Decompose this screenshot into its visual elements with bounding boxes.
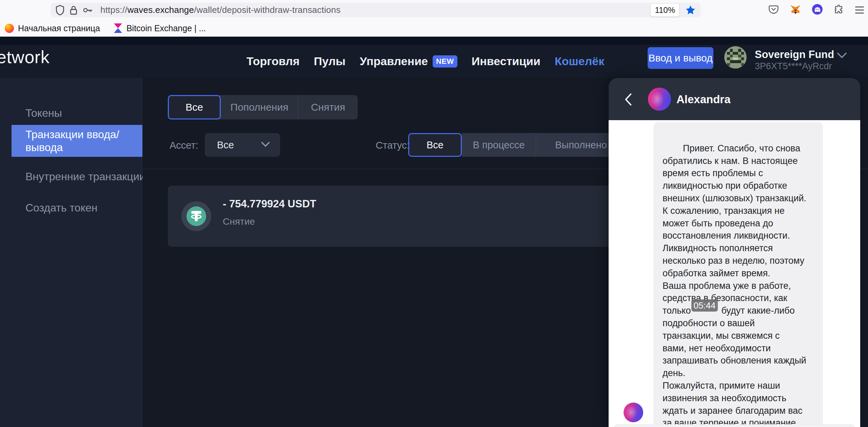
asset-icon-ring xyxy=(181,201,211,231)
account-avatar[interactable] xyxy=(724,46,747,69)
new-badge: NEW xyxy=(433,55,457,68)
status-filter-group: Все В процессе Выполнено xyxy=(408,133,626,157)
nav-pools[interactable]: Пулы xyxy=(314,55,346,68)
phantom-wallet-icon[interactable] xyxy=(812,4,823,16)
tab-deposits[interactable]: Пополнения xyxy=(221,95,298,119)
url-bar[interactable]: https://waves.exchange/wallet/deposit-wi… xyxy=(51,3,701,17)
agent-avatar-small xyxy=(624,403,643,422)
bookmark-star-icon[interactable] xyxy=(685,5,696,15)
account-chevron-down-icon[interactable] xyxy=(837,52,847,60)
next-message-peek xyxy=(614,424,855,427)
bookmark-home[interactable]: Начальная страница xyxy=(5,23,100,33)
main-nav: Торговля Пулы Управление NEW Инвестиции … xyxy=(246,45,604,78)
toolbar-extensions-area xyxy=(768,0,864,20)
screen: https://waves.exchange/wallet/deposit-wi… xyxy=(0,0,868,427)
pocket-icon[interactable] xyxy=(768,4,779,16)
sidebar-item-deposit-withdraw-transactions[interactable]: Транзакции ввода/вывода xyxy=(12,125,142,157)
message-time-badge: 05:44 xyxy=(691,299,718,312)
chat-message-bubble: Привет. Спасибо, что снова обратились к … xyxy=(653,122,823,427)
sidebar-item-create-token[interactable]: Создать токен xyxy=(25,202,97,214)
tab-all[interactable]: Все xyxy=(168,95,221,119)
chat-body: Привет. Спасибо, что снова обратились к … xyxy=(609,120,860,427)
nav-wallet[interactable]: Кошелёк xyxy=(555,55,604,68)
chevron-down-icon xyxy=(261,142,270,148)
page-top-strip xyxy=(0,37,868,45)
tab-withdrawals[interactable]: Снятия xyxy=(298,95,358,119)
browser-menu-icon[interactable] xyxy=(855,6,864,14)
bookmark-label: Bitcoin Exchange | ... xyxy=(126,23,206,33)
lock-icon[interactable] xyxy=(70,5,77,15)
tether-icon xyxy=(186,206,206,226)
transaction-type-tabs: Все Пополнения Снятия xyxy=(168,95,358,119)
asset-dropdown[interactable]: Все xyxy=(205,133,280,157)
url-path: /wallet/deposit-withdraw-transactions xyxy=(194,5,340,15)
asset-dropdown-value: Все xyxy=(217,140,261,151)
status-in-progress[interactable]: В процессе xyxy=(462,133,536,157)
bookmark-label: Начальная страница xyxy=(18,23,100,33)
agent-avatar xyxy=(648,88,671,111)
asset-filter-label: Ассет: xyxy=(170,140,198,151)
back-chevron-icon[interactable] xyxy=(624,93,632,107)
chat-header: Alexandra xyxy=(609,78,860,120)
nav-trading[interactable]: Торговля xyxy=(246,55,300,68)
site-logo[interactable]: etwork xyxy=(0,47,50,67)
deposit-withdraw-button[interactable]: Ввод и вывод xyxy=(648,47,713,69)
nav-governance[interactable]: Управление NEW xyxy=(360,55,457,68)
key-icon[interactable] xyxy=(83,7,93,14)
account-address: 3P6XT5****AyRcdr xyxy=(755,61,832,72)
metamask-icon[interactable] xyxy=(790,4,801,16)
url-protocol: https:// xyxy=(100,5,127,15)
chat-message-text: Привет. Спасибо, что снова обратились к … xyxy=(663,143,806,427)
sidebar-item-internal-transactions[interactable]: Внутренние транзакции xyxy=(25,170,145,183)
hourglass-icon xyxy=(114,23,122,33)
agent-name: Alexandra xyxy=(676,93,731,106)
browser-toolbar: https://waves.exchange/wallet/deposit-wi… xyxy=(0,0,868,20)
status-filter-label: Статус: xyxy=(376,140,410,151)
wallet-sidebar: Токены Транзакции ввода/вывода Внутренни… xyxy=(0,78,142,427)
bookmark-bitcoin-exchange[interactable]: Bitcoin Exchange | ... xyxy=(114,23,206,33)
site-header: etwork Торговля Пулы Управление NEW Инве… xyxy=(0,45,868,78)
shield-icon[interactable] xyxy=(56,5,64,15)
status-all[interactable]: Все xyxy=(408,133,462,157)
firefox-icon xyxy=(5,24,14,33)
zoom-level-badge[interactable]: 110% xyxy=(651,4,679,17)
account-name: Sovereign Fund xyxy=(755,49,834,61)
url-text[interactable]: https://waves.exchange/wallet/deposit-wi… xyxy=(100,5,340,15)
url-domain: waves.exchange xyxy=(127,5,194,15)
nav-investments[interactable]: Инвестиции xyxy=(472,55,540,68)
sidebar-item-tokens[interactable]: Токены xyxy=(25,107,62,119)
bookmarks-bar: Начальная страница Bitcoin Exchange | ..… xyxy=(0,20,868,37)
transaction-type: Снятие xyxy=(223,216,255,227)
extensions-puzzle-icon[interactable] xyxy=(834,4,844,16)
transaction-amount: - 754.779924 USDT xyxy=(223,198,316,210)
support-chat-panel: Alexandra Привет. Спасибо, что снова обр… xyxy=(609,78,860,427)
